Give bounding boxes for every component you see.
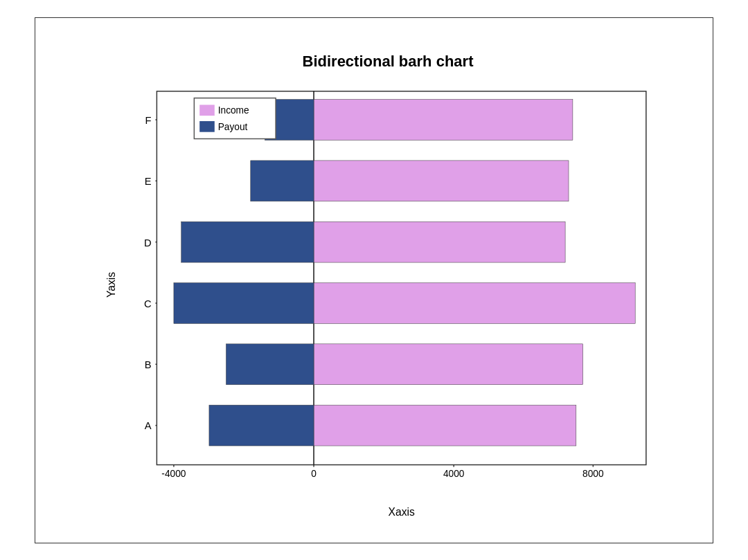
- bar-B-income: [314, 343, 583, 384]
- ytick-F: F: [145, 114, 152, 125]
- legend-box: [194, 98, 276, 138]
- bar-F-income: [314, 99, 573, 140]
- chart-title: Bidirectional barh chart: [98, 53, 678, 71]
- bar-D-payout: [181, 222, 314, 262]
- bar-C-payout: [174, 282, 314, 323]
- chart-container: Bidirectional barh chart Yaxis Xaxis: [35, 17, 713, 543]
- legend-payout-swatch: [199, 120, 215, 132]
- yaxis-label: Yaxis: [105, 271, 117, 297]
- bar-B-payout: [226, 343, 314, 384]
- ytick-D: D: [144, 237, 152, 248]
- legend-income-swatch: [199, 105, 215, 116]
- ytick-B: B: [145, 359, 152, 370]
- bar-E-income: [314, 160, 569, 201]
- chart-svg: Yaxis Xaxis F E D C: [98, 84, 678, 519]
- bar-A-payout: [209, 405, 314, 446]
- xtick-label-minus4000: -4000: [161, 469, 186, 479]
- bar-E-payout: [251, 160, 314, 201]
- ytick-E: E: [145, 176, 152, 187]
- ytick-C: C: [144, 298, 152, 309]
- bar-C-income: [314, 282, 635, 323]
- legend-income-label: Income: [218, 105, 249, 116]
- xaxis-label: Xaxis: [388, 506, 415, 518]
- ytick-A: A: [145, 420, 152, 431]
- bar-D-income: [314, 222, 565, 262]
- xtick-label-4000: 4000: [443, 469, 465, 479]
- bar-A-income: [314, 405, 576, 446]
- xtick-label-8000: 8000: [582, 469, 604, 479]
- xtick-label-0: 0: [311, 469, 317, 479]
- legend-payout-label: Payout: [218, 121, 248, 132]
